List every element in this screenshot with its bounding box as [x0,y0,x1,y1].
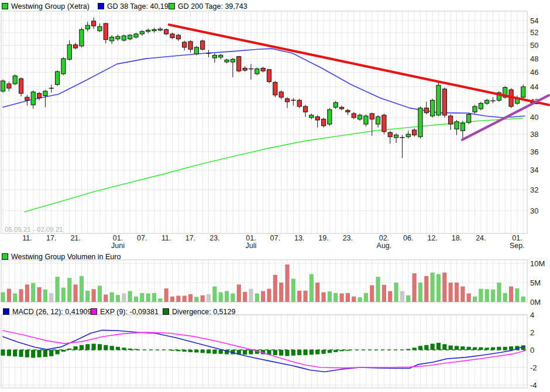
svg-text:23.: 23. [209,234,219,242]
svg-text:17.: 17. [46,234,56,242]
legend-color-swatch-icon [3,308,9,315]
legend-label: Divergence: 0,5129 [172,308,235,316]
svg-text:-2: -2 [530,363,537,372]
legend-color-swatch-icon [2,3,8,9]
svg-text:01.: 01. [246,234,256,242]
legend-item: GD 38 Tage: 40,19 [98,2,169,11]
svg-text:5M: 5M [530,278,541,287]
svg-text:01.: 01. [113,234,123,242]
legend-label: GD 200 Tage: 39,743 [178,2,248,11]
svg-text:36: 36 [530,147,538,156]
svg-text:40: 40 [530,113,538,122]
legend-label: Westwing Group Volumen in Euro [11,253,121,261]
svg-text:0: 0 [530,346,534,355]
svg-text:01.: 01. [512,234,522,242]
legend-color-swatch-icon [2,253,8,260]
svg-text:07.: 07. [270,234,280,242]
svg-text:11.: 11. [22,234,32,242]
svg-text:30: 30 [530,207,538,215]
svg-text:54: 54 [530,16,538,25]
legend-label: Westwing Group (Xetra) [11,2,90,11]
svg-text:07.: 07. [137,234,147,242]
legend-item: Westwing Group (Xetra) [2,2,90,11]
svg-text:12.: 12. [427,234,437,242]
legend-label: MACD (26, 12): 0,41909 [12,308,92,316]
legend-label: GD 38 Tage: 40,19 [107,2,169,11]
svg-text:18.: 18. [452,234,462,242]
gd200-line [25,118,522,212]
svg-text:Juni: Juni [111,242,125,250]
svg-text:38: 38 [530,130,538,139]
svg-text:02.: 02. [379,234,389,242]
legend-color-swatch-icon [169,3,175,9]
price-chart-legend: Westwing Group (Xetra)GD 38 Tage: 40,19G… [0,2,550,11]
svg-text:06.: 06. [403,234,413,242]
svg-text:44: 44 [530,82,538,91]
legend-label: EXP (9): -0,09381 [100,308,159,316]
svg-text:52: 52 [530,28,538,37]
date-range-label: 05.05.21 - 02.09.21 [5,226,63,233]
legend-color-swatch-icon [91,308,97,315]
legend-item: GD 200 Tage: 39,743 [169,2,248,11]
svg-text:21.: 21. [70,234,80,242]
svg-text:Aug.: Aug. [377,242,392,250]
svg-text:0M: 0M [530,298,541,307]
svg-text:-4: -4 [530,381,537,390]
svg-text:24.: 24. [476,234,486,242]
svg-text:34: 34 [530,166,538,174]
svg-text:46: 46 [530,68,538,77]
legend-item: EXP (9): -0,09381 [91,307,159,316]
stock-chart-page: 5452504846444240383634323010M5M0M420-2-4… [0,0,550,392]
chart-canvas: 5452504846444240383634323010M5M0M420-2-4… [0,0,550,392]
svg-text:Juli: Juli [246,242,257,250]
macd-chart-legend: MACD (26, 12): 0,41909EXP (9): -0,09381D… [0,307,550,317]
svg-text:2: 2 [530,328,534,337]
legend-item: Westwing Group Volumen in Euro [2,252,121,261]
down-trendline [169,25,549,105]
svg-text:50: 50 [530,41,538,50]
legend-color-swatch-icon [163,308,169,315]
svg-text:32: 32 [530,185,538,194]
svg-text:19.: 19. [318,234,328,242]
legend-item: MACD (26, 12): 0,41909 [3,307,92,316]
svg-text:23.: 23. [343,234,353,242]
volume-chart-legend: Westwing Group Volumen in Euro [0,252,550,262]
svg-text:17.: 17. [185,234,195,242]
svg-text:11.: 11. [161,234,171,242]
svg-text:13.: 13. [294,234,304,242]
legend-item: Divergence: 0,5129 [163,307,235,316]
svg-text:Sep.: Sep. [510,242,525,250]
svg-text:48: 48 [530,54,538,63]
legend-color-swatch-icon [98,3,104,9]
gridlines-layer [1,11,527,388]
